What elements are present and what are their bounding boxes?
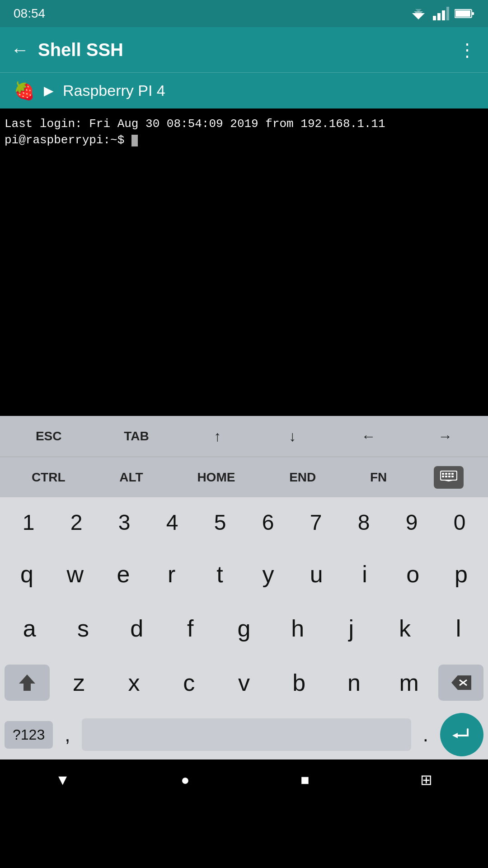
alt-key[interactable]: ALT <box>112 467 150 488</box>
svg-rect-19 <box>451 476 454 477</box>
backspace-key[interactable] <box>438 665 483 701</box>
key-6[interactable]: 6 <box>246 510 290 535</box>
bottom-row: ?123 , . <box>0 710 488 760</box>
key-1[interactable]: 1 <box>7 510 50 535</box>
period-key[interactable]: . <box>415 718 436 751</box>
key-e[interactable]: e <box>102 561 145 588</box>
key-d[interactable]: d <box>115 615 159 642</box>
svg-marker-24 <box>452 733 458 738</box>
key-g[interactable]: g <box>222 615 266 642</box>
key-0[interactable]: 0 <box>438 510 481 535</box>
terminal-cursor <box>131 135 138 146</box>
arrow-down-key[interactable]: ↓ <box>279 425 306 448</box>
key-b[interactable]: b <box>277 669 321 696</box>
shift-key[interactable] <box>5 665 50 701</box>
shift-icon <box>17 673 37 693</box>
key-f[interactable]: f <box>169 615 212 642</box>
svg-marker-21 <box>19 675 35 691</box>
zxcv-row: z x c v b n m <box>0 656 488 710</box>
key-s[interactable]: s <box>61 615 105 642</box>
number-row: 1 2 3 4 5 6 7 8 9 0 <box>0 497 488 547</box>
key-i[interactable]: i <box>343 561 386 588</box>
keyboard-toggle-key[interactable] <box>434 466 464 489</box>
esc-key[interactable]: ESC <box>28 425 69 447</box>
arrow-right-key[interactable]: → <box>431 425 460 448</box>
app-bar: ← Shell SSH ⋮ <box>0 27 488 72</box>
keyboard-icon <box>440 471 457 484</box>
connection-name[interactable]: Raspberry PI 4 <box>63 82 165 99</box>
enter-key[interactable] <box>440 713 483 756</box>
svg-rect-5 <box>442 10 445 20</box>
nav-bar: ▼ ● ■ ⊞ <box>0 760 488 800</box>
status-time: 08:54 <box>14 6 45 21</box>
nav-back-button[interactable]: ▼ <box>56 772 70 788</box>
nav-home-button[interactable]: ● <box>181 772 189 788</box>
home-key[interactable]: HOME <box>190 467 242 488</box>
enter-icon <box>450 726 473 744</box>
key-j[interactable]: j <box>329 615 373 642</box>
arrow-up-key[interactable]: ↑ <box>204 425 231 448</box>
key-3[interactable]: 3 <box>103 510 146 535</box>
key-k[interactable]: k <box>383 615 427 642</box>
key-2[interactable]: 2 <box>55 510 98 535</box>
terminal-area[interactable]: Last login: Fri Aug 30 08:54:09 2019 fro… <box>0 108 488 416</box>
key-m[interactable]: m <box>387 669 431 696</box>
ctrl-key[interactable]: CTRL <box>24 467 73 488</box>
svg-rect-15 <box>451 473 454 475</box>
comma-key[interactable]: , <box>56 718 78 751</box>
nav-keyboard-button[interactable]: ⊞ <box>420 771 432 788</box>
status-bar: 08:54 <box>0 0 488 27</box>
key-n[interactable]: n <box>332 669 375 696</box>
svg-rect-14 <box>448 473 450 475</box>
key-o[interactable]: o <box>391 561 435 588</box>
signal-icon <box>433 7 449 20</box>
play-icon[interactable]: ▶ <box>44 83 54 98</box>
connection-bar: 🍓 ▶ Raspberry PI 4 <box>0 72 488 108</box>
key-w[interactable]: w <box>53 561 97 588</box>
backspace-icon <box>450 675 472 691</box>
status-icons <box>409 7 474 20</box>
wifi-icon <box>409 7 427 20</box>
nav-recents-button[interactable]: ■ <box>300 772 309 788</box>
key-t[interactable]: t <box>198 561 242 588</box>
key-z[interactable]: z <box>57 669 101 696</box>
key-5[interactable]: 5 <box>198 510 242 535</box>
tab-key[interactable]: TAB <box>117 425 156 447</box>
app-title: Shell SSH <box>38 40 449 60</box>
space-key[interactable] <box>82 718 411 751</box>
svg-rect-17 <box>445 476 447 477</box>
back-button[interactable]: ← <box>11 40 29 60</box>
svg-rect-8 <box>472 12 474 15</box>
fn-key[interactable]: FN <box>363 467 394 488</box>
menu-button[interactable]: ⋮ <box>458 39 477 60</box>
key-p[interactable]: p <box>440 561 483 588</box>
key-y[interactable]: y <box>246 561 290 588</box>
key-l[interactable]: l <box>437 615 480 642</box>
key-a[interactable]: a <box>8 615 51 642</box>
key-x[interactable]: x <box>113 669 156 696</box>
sym-key[interactable]: ?123 <box>5 721 53 749</box>
svg-rect-9 <box>455 10 470 17</box>
terminal-line2: pi@raspberrypi:~$ <box>5 132 483 148</box>
keyboard-container: ESC TAB ↑ ↓ ← → CTRL ALT HOME END FN <box>0 416 488 760</box>
svg-rect-3 <box>433 16 436 20</box>
arrow-left-key[interactable]: ← <box>354 425 383 448</box>
action-letters: z x c v b n m <box>50 669 438 696</box>
svg-rect-16 <box>442 476 444 477</box>
key-u[interactable]: u <box>295 561 338 588</box>
end-key[interactable]: END <box>282 467 323 488</box>
svg-rect-6 <box>446 7 449 20</box>
svg-rect-13 <box>445 473 447 475</box>
svg-rect-18 <box>448 476 450 477</box>
key-9[interactable]: 9 <box>390 510 433 535</box>
special-keys-row1: ESC TAB ↑ ↓ ← → <box>0 416 488 457</box>
key-q[interactable]: q <box>5 561 48 588</box>
key-4[interactable]: 4 <box>150 510 194 535</box>
key-v[interactable]: v <box>222 669 266 696</box>
svg-rect-4 <box>437 13 441 20</box>
key-r[interactable]: r <box>150 561 193 588</box>
key-8[interactable]: 8 <box>342 510 385 535</box>
key-7[interactable]: 7 <box>294 510 338 535</box>
key-c[interactable]: c <box>167 669 211 696</box>
key-h[interactable]: h <box>276 615 319 642</box>
